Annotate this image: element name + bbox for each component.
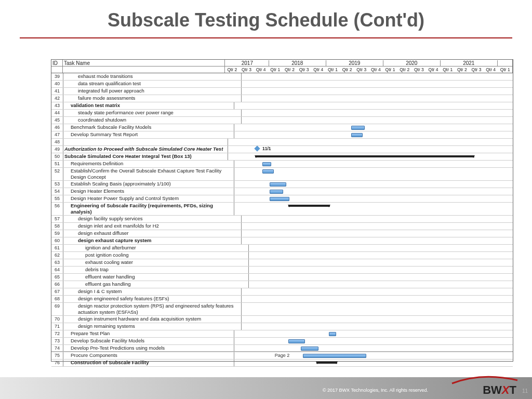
- task-row: 61ignition and afterburner: [51, 245, 513, 252]
- task-name: coordinated shutdown: [63, 117, 242, 124]
- task-name: effluent gas handling: [63, 281, 249, 288]
- task-id: 41: [51, 88, 63, 95]
- milestone-diamond: [254, 145, 260, 151]
- task-row: 51Requirements Definition: [51, 161, 513, 168]
- year-2018: 2018: [269, 60, 326, 66]
- gantt-zone: [234, 161, 513, 167]
- task-row: 39exhaust mode transitions: [51, 73, 513, 81]
- task-name: Requirements Definition: [63, 161, 234, 167]
- gantt-chart: ID Task Name 20172018201920202021 Qtr 2Q…: [51, 59, 513, 362]
- gantt-zone: [249, 252, 513, 259]
- task-rows: 39exhaust mode transitions40data stream …: [51, 73, 513, 367]
- slide-title: Subscale Testing Schedule (Cont'd): [0, 9, 532, 31]
- task-name: Develop Subscale Facility Models: [63, 338, 234, 344]
- task-name: design exhaust capture system: [63, 237, 242, 244]
- gantt-bar: [262, 162, 271, 166]
- gantt-zone: [234, 181, 513, 188]
- task-id: 49: [51, 146, 63, 153]
- task-name: integrated full power approach: [63, 88, 242, 95]
- task-row: 67design I & C system: [51, 288, 513, 296]
- task-name: data stream qualification test: [63, 81, 242, 87]
- qtr-cell: Qtr 3: [297, 66, 311, 73]
- qtr-cell: Qtr 1: [498, 66, 512, 73]
- task-name: Develop Summary Test Report: [63, 131, 234, 138]
- task-name: Design Heater Elements: [63, 188, 234, 195]
- task-row: 63exhaust cooling water: [51, 259, 513, 267]
- task-row: 65effluent water handling: [51, 274, 513, 281]
- logo-bw: BW: [483, 383, 502, 396]
- qtr-cell: Qtr 4: [369, 66, 383, 73]
- task-id: 65: [51, 274, 63, 281]
- col-id: ID: [51, 60, 63, 66]
- task-id: 61: [51, 245, 63, 251]
- qtr-cell: Qtr 3: [354, 66, 369, 73]
- task-id: 56: [51, 203, 63, 215]
- task-id: 52: [51, 168, 63, 180]
- qtr-cell: Qtr 2: [397, 66, 412, 73]
- task-id: 66: [51, 281, 63, 288]
- gantt-bar: [329, 332, 336, 336]
- task-name: steady state performance over power rang…: [63, 110, 242, 116]
- task-name: ignition and afterburner: [63, 245, 249, 251]
- gantt-zone: [242, 316, 513, 323]
- task-id: 50: [51, 153, 63, 160]
- task-id: 64: [51, 267, 63, 273]
- task-row: 52Establish/Confirm the Overall Subscale…: [51, 168, 513, 181]
- qtr-cell: Qtr 2: [283, 66, 297, 73]
- task-id: 57: [51, 216, 63, 222]
- task-name: design instrument hardware and data acqu…: [63, 316, 242, 323]
- task-name: Prepare Test Plan: [63, 330, 234, 337]
- task-id: 46: [51, 124, 63, 131]
- gantt-bar: [270, 182, 286, 187]
- gantt-zone: [234, 203, 513, 215]
- task-name: [63, 139, 228, 145]
- gantt-bar: [351, 126, 365, 130]
- task-name: Engineering of Subscale Facility (requir…: [63, 203, 234, 215]
- task-row: 73Develop Subscale Facility Models: [51, 338, 513, 345]
- task-name: Authorization to Proceed with Subscale S…: [63, 146, 228, 153]
- task-id: 43: [51, 102, 63, 109]
- milestone-label: 11/1: [262, 146, 271, 151]
- gantt-zone: [228, 153, 513, 160]
- gantt-zone: [242, 303, 513, 315]
- task-id: 39: [51, 73, 63, 80]
- col-taskname: Task Name: [63, 60, 225, 66]
- copyright: © 2017 BWX Technologies, Inc. All rights…: [323, 388, 428, 393]
- task-name: design facility supply services: [63, 216, 242, 222]
- task-row: 53Establish Scaling Basis (approximately…: [51, 181, 513, 188]
- task-row: 66effluent gas handling: [51, 281, 513, 288]
- qtr-cell: Qtr 4: [311, 66, 326, 73]
- gantt-bar: [288, 339, 305, 343]
- header-row-2: Qtr 2Qtr 3Qtr 4Qtr 1Qtr 2Qtr 3Qtr 4Qtr 1…: [51, 66, 513, 73]
- task-name: Establish Scaling Basis (approximately 1…: [63, 181, 234, 188]
- gantt-zone: [228, 139, 513, 145]
- year-2020: 2020: [383, 60, 441, 66]
- task-row: 50Subscale Simulated Core Heater Integra…: [51, 153, 513, 161]
- task-name: design exhaust diffuser: [63, 230, 242, 237]
- gantt-zone: [242, 88, 513, 95]
- task-name: post ignition cooling: [63, 252, 249, 259]
- gantt-zone: [242, 288, 513, 295]
- task-name: validation test matrix: [63, 102, 234, 109]
- gantt-zone: [242, 117, 513, 124]
- task-row: 76Construction of Subscale Facility: [51, 360, 513, 367]
- task-row: 71design remaining systems: [51, 323, 513, 330]
- task-name: exhaust cooling water: [63, 259, 249, 266]
- gantt-zone: [242, 73, 513, 80]
- page-footer: Page 2: [51, 351, 513, 359]
- qtr-cell: Qtr 3: [469, 66, 484, 73]
- gantt-zone: [242, 230, 513, 237]
- task-id: 71: [51, 323, 63, 330]
- task-id: 63: [51, 259, 63, 266]
- gantt-zone: [242, 323, 513, 330]
- task-row: 57design facility supply services: [51, 216, 513, 223]
- task-id: 67: [51, 288, 63, 295]
- gantt-bar: [262, 169, 274, 174]
- task-id: 55: [51, 195, 63, 202]
- task-name: debris trap: [63, 267, 249, 273]
- gantt-zone: [234, 131, 513, 138]
- year-2019: 2019: [326, 60, 383, 66]
- gantt-zone: [234, 188, 513, 195]
- gantt-zone: [242, 223, 513, 230]
- gantt-zone: [242, 95, 513, 102]
